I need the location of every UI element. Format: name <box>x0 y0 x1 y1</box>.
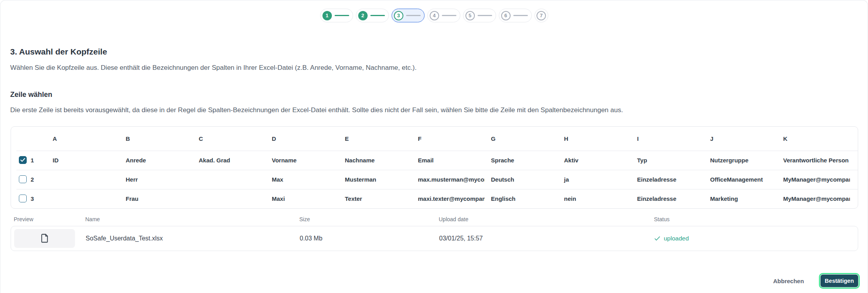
table-cell: Nachname <box>339 157 412 164</box>
table-cell: Englisch <box>485 195 558 202</box>
row-checkbox-cell <box>11 156 28 164</box>
table-cell: Herr <box>119 176 192 183</box>
stepper-step-7[interactable]: 7 <box>535 9 548 22</box>
table-cell: Frau <box>119 195 192 202</box>
file-preview-column-label: Name <box>85 216 299 222</box>
step-connector-line <box>406 15 421 16</box>
file-preview-column-label: Status <box>654 216 858 222</box>
file-status-badge: uploaded <box>654 235 858 242</box>
table-cell: Deutsch <box>485 176 558 183</box>
step-number: 2 <box>358 11 368 20</box>
column-letter-B: B <box>119 135 192 142</box>
table-row[interactable]: 2HerrMaxMustermanmax.musterman@mycompa..… <box>11 170 858 189</box>
column-letter-E: E <box>339 135 412 142</box>
table-cell: OfficeManagement <box>704 176 777 183</box>
file-preview-row: SoSafe_Userdata_Test.xlsx 0.03 Mb 03/01/… <box>11 226 858 251</box>
table-cell: Sprache <box>485 157 558 164</box>
step-number: 5 <box>465 11 475 20</box>
column-letter-G: G <box>485 135 558 142</box>
step-connector-line <box>442 15 456 16</box>
row-select-description: Die erste Zeile ist bereits vorausgewähl… <box>10 106 868 115</box>
page-title: 3. Auswahl der Kopfzeile <box>10 47 868 57</box>
file-status-text: uploaded <box>664 235 689 242</box>
row-number: 3 <box>28 195 46 202</box>
table-cell: Verantwortliche Person <box>777 157 850 164</box>
table-cell: Einzeladresse <box>631 176 704 183</box>
row-number: 2 <box>28 176 46 183</box>
table-cell: Anrede <box>119 157 192 164</box>
file-preview-column-label: Upload date <box>439 216 654 222</box>
file-icon <box>39 233 50 244</box>
table-cell: Email <box>412 157 485 164</box>
table-cell: Maxi <box>266 195 339 202</box>
row-checkbox-checked[interactable] <box>19 156 27 164</box>
file-preview-header: PreviewNameSizeUpload dateStatus <box>11 216 858 222</box>
table-row[interactable]: 3FrauMaxiTextermaxi.texter@mycompany.deE… <box>11 189 858 208</box>
step-connector-line <box>478 15 492 16</box>
column-letter-C: C <box>192 135 266 142</box>
page-description: Wählen Sie die Kopfzeile aus. Diese enth… <box>10 64 868 72</box>
excel-preview-table: ABCDEFGHIJK 1IDAnredeAkad. GradVornameNa… <box>11 126 858 209</box>
step-connector-line <box>513 15 528 16</box>
table-cell: Musterman <box>339 176 412 183</box>
check-icon <box>654 236 660 241</box>
table-cell: maxi.texter@mycompany.de <box>412 195 485 202</box>
table-cell: Marketing <box>704 195 777 202</box>
column-letter-D: D <box>266 135 339 142</box>
step-number: 4 <box>430 11 439 20</box>
check-icon <box>20 158 25 162</box>
column-letter-A: A <box>46 135 119 142</box>
file-name: SoSafe_Userdata_Test.xlsx <box>86 235 300 242</box>
stepper-step-6[interactable]: 6 <box>499 9 532 22</box>
table-cell: ID <box>46 157 119 164</box>
step-number: 7 <box>537 11 546 20</box>
column-letter-H: H <box>558 135 631 142</box>
file-size: 0.03 Mb <box>300 235 439 242</box>
stepper-step-2[interactable]: 2 <box>356 9 389 22</box>
step-connector-line <box>335 15 349 16</box>
file-preview-column-label: Size <box>299 216 439 222</box>
table-cell: Max <box>266 176 339 183</box>
column-letter-I: I <box>631 135 704 142</box>
table-cell: Aktiv <box>558 157 631 164</box>
stepper-step-1[interactable]: 1 <box>320 9 353 22</box>
step-connector-line <box>370 15 385 16</box>
table-cell: Akad. Grad <box>192 157 266 164</box>
confirm-button[interactable]: Bestätigen <box>820 275 858 287</box>
column-letter-J: J <box>704 135 777 142</box>
row-checkbox[interactable] <box>19 175 27 183</box>
table-row[interactable]: 1IDAnredeAkad. GradVornameNachnameEmailS… <box>11 151 858 170</box>
column-letter-K: K <box>777 135 850 142</box>
table-cell: nein <box>558 195 631 202</box>
footer-actions: Abbrechen Bestätigen <box>772 275 859 287</box>
import-wizard-panel: 1234567 3. Auswahl der Kopfzeile Wählen … <box>0 0 868 293</box>
table-cell: MyManager@mycompany.de <box>777 195 850 202</box>
table-cell: MyManager@mycompany.de <box>777 176 850 183</box>
excel-header-row: ABCDEFGHIJK <box>11 127 858 151</box>
row-select-title: Zeile wählen <box>10 90 868 99</box>
file-thumbnail-box <box>14 229 75 248</box>
step-number: 3 <box>394 11 403 20</box>
step-content: 3. Auswahl der Kopfzeile Wählen Sie die … <box>0 47 868 115</box>
step-number: 1 <box>322 11 332 20</box>
file-upload-date: 03/01/25, 15:57 <box>439 235 654 242</box>
stepper-step-4[interactable]: 4 <box>427 9 460 22</box>
table-cell: Texter <box>339 195 412 202</box>
column-letter-F: F <box>412 135 485 142</box>
step-number: 6 <box>501 11 511 20</box>
stepper-step-3[interactable]: 3 <box>392 9 425 22</box>
cancel-button[interactable]: Abbrechen <box>772 275 806 287</box>
table-cell: Einzeladresse <box>631 195 704 202</box>
table-cell: Vorname <box>266 157 339 164</box>
stepper-step-5[interactable]: 5 <box>463 9 496 22</box>
row-number: 1 <box>28 157 46 164</box>
stepper: 1234567 <box>0 0 868 22</box>
table-cell: ja <box>558 176 631 183</box>
row-checkbox[interactable] <box>19 195 27 202</box>
file-preview-column-label: Preview <box>14 216 85 222</box>
row-checkbox-cell <box>11 175 28 183</box>
table-cell: Nutzergruppe <box>704 157 777 164</box>
table-cell: Typ <box>631 157 704 164</box>
row-checkbox-cell <box>11 195 28 202</box>
table-cell: max.musterman@mycompa... <box>412 176 485 183</box>
